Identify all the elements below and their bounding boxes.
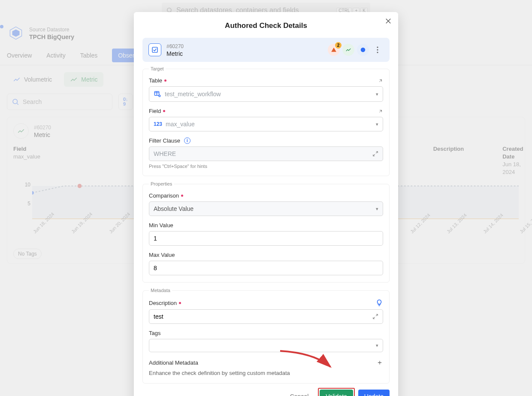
table-icon	[154, 90, 161, 98]
chart-icon[interactable]	[342, 44, 354, 56]
description-label: Description	[149, 300, 177, 306]
comparison-label: Comparison	[149, 192, 179, 199]
description-value[interactable]	[154, 313, 369, 320]
tags-label: Tags	[149, 330, 160, 336]
modal-overlay: Authored Check Details #60270 Metric 2	[0, 0, 532, 396]
svg-line-22	[376, 314, 378, 316]
update-button[interactable]: Update	[358, 390, 390, 396]
more-menu-icon[interactable]	[372, 44, 384, 56]
additional-metadata-text: Enhance the check definition by setting …	[149, 370, 383, 376]
chevron-down-icon: ▾	[376, 122, 378, 127]
open-icon[interactable]	[378, 109, 383, 114]
check-details-modal: Authored Check Details #60270 Metric 2	[134, 12, 398, 396]
check-icon	[148, 43, 161, 56]
tags-select[interactable]: ▾	[149, 339, 383, 352]
description-input[interactable]	[149, 309, 383, 324]
filter-text[interactable]	[154, 150, 369, 157]
field-value: max_value	[166, 121, 195, 128]
modal-title: Authored Check Details	[142, 21, 390, 30]
chevron-down-icon: ▾	[376, 343, 378, 348]
filter-input[interactable]	[149, 146, 383, 161]
additional-metadata-label: Additional Metadata	[149, 359, 198, 366]
close-icon[interactable]	[384, 17, 392, 25]
modal-check-id: #60270	[166, 43, 184, 49]
max-label: Max Value	[149, 252, 175, 258]
svg-point-14	[377, 49, 378, 50]
min-label: Min Value	[149, 222, 173, 228]
expand-icon[interactable]	[372, 151, 378, 157]
svg-marker-11	[331, 48, 336, 52]
properties-legend: Properties	[149, 181, 174, 186]
modal-check-type: Metric	[166, 50, 183, 57]
chevron-down-icon: ▾	[376, 91, 378, 97]
cancel-button[interactable]: Cancel	[284, 390, 315, 396]
target-section: Target Table test_metric_workflow ▾ Fiel…	[142, 66, 390, 176]
comparison-select[interactable]: Absolute Value ▾	[149, 201, 383, 216]
open-icon[interactable]	[378, 78, 383, 83]
max-input[interactable]	[149, 261, 383, 275]
table-value: test_metric_workflow	[165, 91, 221, 97]
table-select[interactable]: test_metric_workflow ▾	[149, 86, 383, 102]
type-badge: 123	[154, 121, 162, 127]
modal-actions: Cancel Validate Update	[142, 390, 390, 396]
filter-hint: Press "Ctrl+Space" for hints	[149, 164, 383, 169]
alert-icon[interactable]: 2	[328, 44, 340, 56]
properties-section: Properties Comparison Absolute Value ▾ M…	[142, 181, 390, 283]
lightbulb-icon[interactable]	[375, 299, 383, 307]
validate-button[interactable]: Validate	[320, 390, 353, 396]
field-label: Field	[149, 108, 161, 114]
svg-point-12	[361, 48, 366, 52]
svg-line-20	[376, 152, 378, 153]
expand-icon[interactable]	[372, 314, 378, 320]
chevron-down-icon: ▾	[376, 206, 378, 212]
metadata-legend: Metadata	[149, 288, 172, 293]
svg-point-19	[159, 95, 160, 97]
table-label: Table	[149, 77, 162, 84]
metadata-section: Metadata Description Tags ▾ Additional M…	[142, 288, 390, 384]
modal-summary-header: #60270 Metric 2	[142, 38, 390, 62]
target-legend: Target	[149, 66, 166, 71]
min-input[interactable]	[149, 231, 383, 246]
info-icon[interactable]	[357, 44, 369, 56]
svg-line-21	[373, 154, 375, 156]
svg-point-15	[377, 52, 378, 53]
info-icon[interactable]: i	[184, 137, 190, 144]
comparison-value: Absolute Value	[154, 205, 193, 212]
max-value[interactable]	[154, 265, 378, 271]
svg-point-13	[377, 46, 378, 48]
alert-badge: 2	[335, 42, 342, 49]
add-metadata-icon[interactable]: ＋	[376, 358, 383, 367]
svg-rect-10	[152, 47, 157, 52]
svg-line-23	[373, 317, 375, 319]
min-value[interactable]	[154, 235, 378, 242]
field-select[interactable]: 123 max_value ▾	[149, 117, 383, 131]
filter-label: Filter Clause	[149, 137, 180, 144]
